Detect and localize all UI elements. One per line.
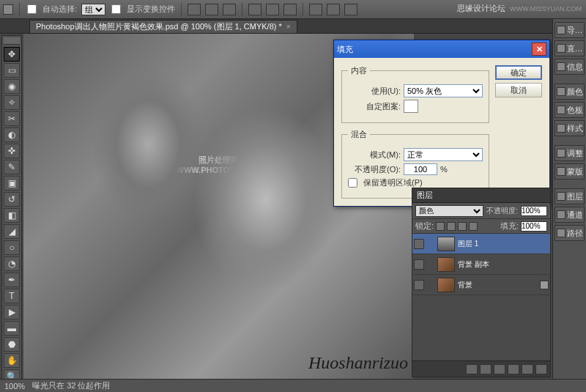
distribute-button[interactable]	[344, 4, 357, 15]
layer-row[interactable]: 背景	[412, 275, 550, 295]
close-icon[interactable]: ✕	[532, 42, 546, 56]
dock-icon	[557, 106, 565, 114]
layer-thumb	[437, 237, 455, 251]
distribute-button[interactable]	[309, 4, 322, 15]
delete-button[interactable]	[535, 364, 547, 374]
healing-tool[interactable]: ✜	[4, 144, 20, 158]
lock-pos-icon[interactable]	[458, 222, 467, 231]
layers-panel: 图层 颜色 不透明度: 锁定: 填充: 图层 1背景 副本背景	[412, 188, 551, 377]
dock-tab[interactable]: 色板	[555, 102, 585, 118]
dock-tab[interactable]: 样式	[555, 120, 585, 136]
fill-input[interactable]	[521, 221, 547, 232]
align-button[interactable]	[223, 4, 236, 15]
dodge-tool[interactable]: ◔	[4, 256, 20, 271]
dock-icon	[557, 62, 565, 71]
path-select-tool[interactable]: ▶	[4, 305, 20, 319]
visibility-icon[interactable]	[414, 280, 424, 290]
dock-icon	[557, 167, 565, 176]
use-label: 使用(U):	[348, 86, 401, 97]
layer-list: 图层 1背景 副本背景	[412, 234, 550, 360]
close-tab-icon[interactable]: ×	[286, 23, 291, 31]
gradient-tool[interactable]: ◢	[4, 224, 20, 239]
dock-icon	[557, 124, 565, 133]
pattern-label: 自定图案:	[348, 101, 401, 112]
align-button[interactable]	[188, 4, 201, 15]
cancel-button[interactable]: 取消	[495, 83, 542, 97]
dock-tab[interactable]: 导…	[555, 22, 585, 38]
history-brush-tool[interactable]: ↺	[4, 192, 20, 207]
dock-icon	[557, 26, 565, 34]
zoom-field[interactable]: 100%	[4, 382, 25, 391]
layer-name: 背景	[458, 280, 537, 290]
fx-button[interactable]	[466, 364, 478, 374]
mode-dropdown[interactable]: 正常	[404, 148, 483, 161]
options-bar: 自动选择: 组 显示变换控件 思缘设计论坛WWW.MISSYUAN.COM	[0, 0, 586, 19]
pen-tool[interactable]: ✒	[4, 273, 20, 287]
auto-select-label: 自动选择:	[42, 4, 77, 15]
opacity-input[interactable]	[404, 163, 437, 175]
use-dropdown[interactable]: 50% 灰色	[404, 84, 483, 97]
dock-icon	[557, 210, 565, 219]
preserve-trans-label: 保留透明区域(P)	[363, 177, 423, 188]
mask-button[interactable]	[480, 364, 492, 374]
new-layer-button[interactable]	[522, 364, 533, 374]
watermark: 照片处理网WWW.PHOTOPS.COM	[177, 155, 262, 176]
dock-tab[interactable]: 通道	[555, 207, 585, 223]
dock-icon	[557, 192, 565, 201]
show-transform-checkbox[interactable]	[111, 4, 121, 14]
layer-opacity-input[interactable]	[521, 206, 547, 216]
align-button[interactable]	[283, 4, 297, 15]
hand-tool[interactable]: ✋	[4, 353, 20, 368]
dock-icon	[557, 229, 565, 237]
blur-tool[interactable]: ○	[4, 240, 20, 255]
lock-all-icon[interactable]	[469, 222, 478, 231]
layer-row[interactable]: 背景 副本	[412, 254, 550, 275]
3d-tool[interactable]: ⬣	[4, 337, 20, 352]
opacity-label: 不透明度(O):	[348, 164, 401, 175]
marquee-tool[interactable]: ▭	[4, 63, 20, 78]
dock-tab[interactable]: 颜色	[555, 84, 585, 100]
wand-tool[interactable]: ✧	[4, 95, 20, 110]
status-info: 曝光只在 32 位起作用	[32, 380, 110, 391]
distribute-button[interactable]	[327, 4, 340, 15]
lasso-tool[interactable]: ◉	[4, 79, 20, 94]
layers-header[interactable]: 图层	[412, 188, 550, 203]
layer-name: 背景 副本	[458, 259, 549, 270]
align-button[interactable]	[266, 4, 279, 15]
align-button[interactable]	[205, 4, 218, 15]
type-tool[interactable]: T	[4, 289, 20, 303]
brush-tool[interactable]: ✎	[4, 160, 20, 174]
blend-mode-dropdown[interactable]: 颜色	[415, 205, 483, 217]
preserve-trans-checkbox[interactable]	[348, 178, 357, 188]
shape-tool[interactable]: ▬	[4, 321, 20, 336]
brand: 思缘设计论坛WWW.MISSYUAN.COM	[457, 3, 582, 14]
visibility-icon[interactable]	[414, 239, 424, 249]
eraser-tool[interactable]: ◧	[4, 208, 20, 223]
auto-select-dropdown[interactable]: 组	[81, 4, 105, 15]
move-tool[interactable]: ✥	[4, 47, 20, 62]
adjustment-button[interactable]	[494, 364, 505, 374]
visibility-icon[interactable]	[414, 259, 424, 270]
document-tabs: Photoshop调出人物照片黄褐色效果.psd @ 100% (图层 1, C…	[0, 19, 586, 34]
dialog-titlebar[interactable]: 填充 ✕	[334, 40, 549, 58]
layer-row[interactable]: 图层 1	[412, 234, 550, 254]
dock-tab[interactable]: 调整	[555, 145, 585, 161]
document-tab[interactable]: Photoshop调出人物照片黄褐色效果.psd @ 100% (图层 1, C…	[29, 20, 297, 33]
group-button[interactable]	[508, 364, 519, 374]
dock-tab[interactable]: 图层	[555, 188, 585, 204]
dock-tab[interactable]: 路径	[555, 225, 585, 241]
lock-trans-icon[interactable]	[436, 222, 445, 231]
stamp-tool[interactable]: ▣	[4, 176, 20, 191]
crop-tool[interactable]: ✂	[4, 111, 20, 126]
show-transform-label: 显示变换控件	[127, 4, 175, 15]
eyedropper-tool[interactable]: ◐	[4, 127, 20, 142]
pattern-swatch	[404, 100, 418, 113]
lock-pixels-icon[interactable]	[447, 222, 456, 231]
right-dock: 导…直…信息颜色色板样式调整蒙版图层通道路径	[552, 19, 586, 392]
ok-button[interactable]: 确定	[495, 65, 542, 80]
dock-tab[interactable]: 直…	[555, 40, 585, 56]
auto-select-checkbox[interactable]	[27, 4, 37, 14]
align-button[interactable]	[248, 4, 262, 15]
dock-tab[interactable]: 蒙版	[555, 163, 585, 180]
dock-tab[interactable]: 信息	[555, 59, 585, 75]
